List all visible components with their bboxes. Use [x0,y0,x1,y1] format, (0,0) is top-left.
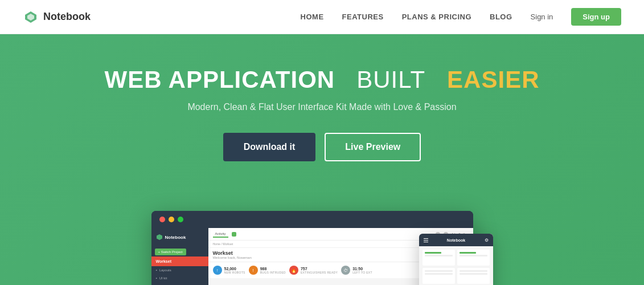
sidebar-logo-icon [156,234,163,241]
nav-links: HOME FEATURES PLANS & PRICING BLOG Sign … [301,8,621,26]
sidebar-layouts-icon: ▪ [156,268,157,272]
stat-item-2: 🔥 757 EXTINGUISHERS READY [289,266,338,275]
brand-logo-icon [23,9,39,25]
signin-link[interactable]: Sign in [531,13,553,21]
phone-card-4 [457,268,490,284]
sidebar-uikit-icon: ▪ [156,276,157,280]
download-button[interactable]: Download it [223,133,316,161]
browser-dot-red [159,217,165,222]
brand[interactable]: Notebook [23,9,91,25]
stat-item-1: ! 988 BUGS INTRUDED [249,266,286,275]
nav-features[interactable]: FEATURES [342,13,384,21]
phone-menu-icon [424,238,428,242]
navbar: Notebook HOME FEATURES PLANS & PRICING B… [0,0,644,34]
phone-mockup: Notebook ⚙ [419,234,493,285]
phone-card-2 [457,250,490,266]
brand-name: Notebook [43,11,91,23]
svg-marker-2 [157,234,162,240]
app-sidebar: Notebook + Switch Project Workset ▪ Layo… [151,228,208,285]
sidebar-uikit-label: UI kit [159,276,167,280]
hero-title-part2: BUILT [356,66,425,93]
stat-number-time: 31:50 [352,267,372,271]
hero-title-accent: EASIER [447,66,539,93]
hero-subtitle: Modern, Clean & Flat User Interface Kit … [187,102,456,112]
stat-icon-extinguishers: 🔥 [289,266,298,275]
phone-gear-icon: ⚙ [485,238,489,243]
sidebar-logo: Notebook [151,231,208,243]
sidebar-uikit-item[interactable]: ▪ UI kit [151,274,208,282]
browser-dot-green [178,217,183,222]
sidebar-add-project-btn[interactable]: + Switch Project [155,249,186,255]
topbar-activity-tab[interactable]: Activity [213,231,228,238]
stat-label-bugs: BUGS INTRUDED [260,271,286,274]
nav-plans[interactable]: PLANS & PRICING [402,13,471,21]
stat-label-time: LEFT TO EXT [352,271,372,274]
topbar-badge [232,232,236,237]
phone-card-1 [423,250,455,266]
phone-logo-text: Notebook [447,238,465,242]
phone-card-3 [423,268,455,284]
live-preview-button[interactable]: Live Preview [325,133,421,161]
sidebar-layouts-label: Layouts [159,268,171,272]
stat-icon-time: ⏱ [341,266,350,275]
phone-content [419,246,493,285]
stat-item-0: ↑ 52,000 NEW ROBOTS [213,266,245,275]
hero-title: WEB APPLICATION BUILT EASIER [105,66,540,94]
stat-label-robots: NEW ROBOTS [224,271,245,274]
mockup-container: Notebook + Switch Project Workset ▪ Layo… [151,211,493,285]
stat-label-ext: EXTINGUISHERS READY [301,271,338,274]
stat-number-ext: 757 [301,267,338,271]
hero-section: WEB APPLICATION BUILT EASIER Modern, Cle… [0,34,644,285]
stat-icon-robots: ↑ [213,266,222,275]
sidebar-logo-text: Notebook [165,235,186,240]
sidebar-layouts-item[interactable]: ▪ Layouts [151,266,208,274]
phone-row-1 [423,250,490,266]
browser-bar [151,211,473,228]
phone-bar: Notebook ⚙ [419,234,493,246]
signup-button[interactable]: Sign up [571,8,621,26]
sidebar-workset-item[interactable]: Workset [151,256,208,266]
browser-dot-yellow [169,217,174,222]
nav-blog[interactable]: BLOG [490,13,512,21]
stat-icon-bugs: ! [249,266,258,275]
hero-title-part1: WEB APPLICATION [105,66,335,93]
hero-buttons: Download it Live Preview [223,133,421,161]
stat-item-3: ⏱ 31:50 LEFT TO EXT [341,266,372,275]
stat-number-bugs: 988 [260,267,286,271]
phone-row-2 [423,268,490,284]
nav-home[interactable]: HOME [301,13,324,21]
stat-number-robots: 52,000 [224,267,245,271]
sidebar-pages-item[interactable]: ▪ Pages [151,282,208,285]
